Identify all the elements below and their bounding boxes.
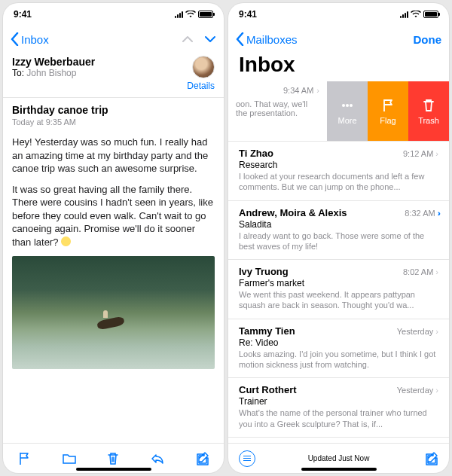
message-sender: Curt Rothert [239, 384, 297, 395]
message-preview: I already want to go back. Those were so… [239, 230, 438, 252]
status-time: 9:41 [239, 9, 257, 20]
message-preview: What's the name of the personal trainer … [239, 407, 438, 429]
sender-avatar[interactable] [192, 56, 215, 78]
message-time: 8:32 AM [405, 209, 435, 218]
updated-status: Updated Just Now [308, 454, 370, 462]
message-subject: Birthday canoe trip [3, 98, 224, 116]
body-paragraph: It was so great having all the family th… [12, 183, 215, 249]
chevron-left-icon [236, 32, 245, 46]
nav-bar: Inbox [3, 26, 224, 53]
filter-button[interactable] [239, 450, 255, 467]
back-label: Inbox [21, 33, 49, 46]
status-indicators [175, 11, 213, 18]
message-header: Izzy Weberbauer To: John Bishop Details [3, 53, 224, 91]
swipe-label: Trash [418, 116, 439, 125]
message-row[interactable]: Ti Zhao9:12 AM ›ResearchI looked at your… [228, 142, 449, 201]
message-list[interactable]: 9:34 AM› oon. That way, we'll the presen… [228, 81, 449, 443]
flag-button[interactable] [10, 447, 40, 470]
message-row[interactable]: Tammy TienYesterday ›Re: VideoLooks amaz… [228, 319, 449, 379]
body-paragraph: Hey! Yesterday was so much fun. I really… [12, 136, 215, 175]
message-subject: Trainer [239, 396, 438, 407]
message-subject: Re: Video [239, 337, 438, 348]
message-preview: We went this past weekend. It appears pa… [239, 289, 438, 311]
svg-point-2 [350, 104, 353, 107]
to-label: To: [12, 68, 24, 78]
swipe-flag-button[interactable]: Flag [368, 81, 408, 141]
swiped-message-row[interactable]: 9:34 AM› oon. That way, we'll the presen… [228, 81, 449, 142]
chevron-right-icon: › [435, 386, 438, 395]
message-time: Yesterday [397, 386, 434, 395]
chevron-left-icon [11, 32, 20, 46]
message-row[interactable]: Ivy Truong8:02 AM ›Farmer's marketWe wen… [228, 260, 449, 319]
sender-name[interactable]: Izzy Weberbauer [12, 56, 95, 68]
chevron-right-icon: › [316, 86, 319, 95]
message-time: 8:02 AM [403, 267, 433, 276]
filter-icon [243, 458, 251, 459]
recipient-name: John Bishop [26, 68, 76, 78]
svg-point-0 [342, 104, 345, 107]
attached-photo[interactable] [12, 256, 215, 369]
message-sender: Ivy Truong [239, 266, 289, 277]
recipient-row[interactable]: To: John Bishop [12, 68, 95, 78]
details-button[interactable]: Details [187, 81, 215, 91]
forwarded-icon: ›› [438, 209, 438, 218]
flag-icon [17, 451, 32, 466]
chevron-right-icon: › [435, 327, 438, 336]
reply-icon [150, 451, 165, 466]
message-sender: Tammy Tien [239, 325, 295, 337]
message-timestamp: Today at 9:35 AM [3, 116, 224, 131]
prev-message-button[interactable] [182, 35, 194, 43]
more-icon [340, 98, 355, 113]
message-row[interactable]: Curt RothertYesterday ›TrainerWhat's the… [228, 378, 449, 438]
mail-inbox-view: 9:41 Mailboxes Done Inbox 9:34 AM› oon. … [228, 3, 449, 473]
swipe-label: More [337, 116, 356, 125]
home-indicator[interactable] [76, 468, 151, 471]
back-button[interactable]: Inbox [11, 32, 49, 46]
trash-button[interactable] [98, 447, 128, 470]
message-preview: I looked at your research documents and … [239, 171, 438, 193]
status-bar: 9:41 [228, 3, 449, 26]
swipe-more-button[interactable]: More [327, 81, 368, 141]
message-body: Hey! Yesterday was so much fun. I really… [3, 131, 224, 443]
reply-button[interactable] [142, 447, 173, 470]
swipe-trash-button[interactable]: Trash [408, 81, 449, 141]
trash-icon [105, 451, 121, 466]
back-button[interactable]: Mailboxes [236, 32, 298, 46]
wifi-icon [411, 11, 421, 18]
status-bar: 9:41 [3, 3, 224, 26]
smile-emoji-icon [61, 236, 71, 246]
status-time: 9:41 [14, 9, 32, 20]
message-sender: Andrew, Moira & Alexis [239, 207, 347, 218]
message-row[interactable]: Andrew, Moira & Alexis8:32 AM ››Saladita… [228, 201, 449, 261]
chevron-right-icon: › [435, 149, 438, 158]
folder-icon [62, 451, 77, 466]
compose-button[interactable] [187, 447, 217, 470]
message-sender: Ti Zhao [239, 148, 273, 159]
flag-icon [380, 98, 396, 113]
compose-icon [194, 451, 209, 466]
chevron-right-icon: › [435, 267, 438, 276]
home-indicator[interactable] [301, 468, 377, 471]
message-subject: Saladita [239, 219, 438, 230]
battery-icon [198, 11, 213, 18]
battery-icon [423, 11, 438, 18]
swipe-label: Flag [380, 116, 396, 125]
message-time: 9:12 AM [403, 149, 433, 158]
message-subject: Farmer's market [239, 278, 438, 288]
done-button[interactable]: Done [414, 33, 442, 46]
status-indicators [400, 11, 438, 18]
compose-button[interactable] [423, 451, 438, 466]
message-time: Yesterday [397, 327, 434, 336]
cellular-icon [400, 11, 408, 18]
nav-bar: Mailboxes Done [228, 26, 449, 53]
wifi-icon [185, 11, 196, 18]
back-label: Mailboxes [246, 33, 298, 46]
trash-icon [421, 98, 436, 113]
move-button[interactable] [54, 447, 84, 470]
message-time: 9:34 AM [283, 86, 313, 95]
svg-point-1 [346, 104, 349, 107]
next-message-button[interactable] [204, 35, 216, 43]
message-preview: Looks amazing. I'd join you sometime, bu… [239, 349, 438, 371]
message-subject: Research [239, 160, 438, 170]
page-title: Inbox [228, 53, 449, 81]
